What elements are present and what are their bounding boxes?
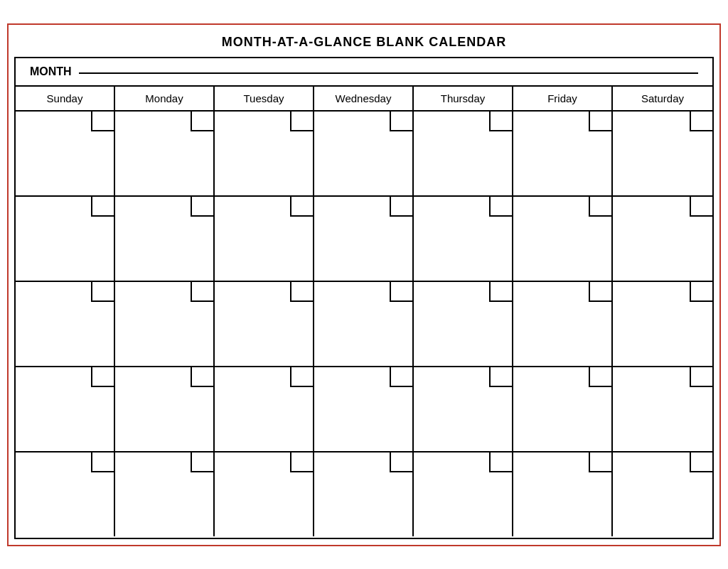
- date-box: [690, 112, 712, 131]
- cell-w5-sun[interactable]: [16, 453, 115, 536]
- month-label: MONTH: [30, 65, 72, 78]
- cell-w1-mon[interactable]: [115, 112, 215, 195]
- days-header: Sunday Monday Tuesday Wednesday Thursday…: [16, 87, 712, 112]
- date-box: [290, 112, 313, 131]
- cell-w5-sat[interactable]: [613, 453, 712, 536]
- cell-w4-fri[interactable]: [513, 367, 613, 451]
- month-line: [79, 72, 698, 74]
- cell-w2-sat[interactable]: [613, 197, 712, 281]
- date-box: [690, 367, 712, 387]
- cell-w1-sat[interactable]: [613, 112, 712, 195]
- date-box: [489, 453, 512, 472]
- cell-w2-sun[interactable]: [16, 197, 115, 281]
- day-header-friday: Friday: [513, 87, 613, 110]
- date-box: [589, 112, 611, 131]
- cell-w3-fri[interactable]: [513, 282, 613, 366]
- cell-w3-sun[interactable]: [16, 282, 115, 366]
- date-box: [489, 197, 512, 217]
- cell-w4-mon[interactable]: [115, 367, 215, 451]
- cell-w5-wed[interactable]: [314, 453, 414, 536]
- date-box: [390, 282, 412, 302]
- date-box: [91, 453, 114, 472]
- cell-w4-sat[interactable]: [613, 367, 712, 451]
- cell-w1-sun[interactable]: [16, 112, 115, 195]
- cell-w4-tue[interactable]: [215, 367, 314, 451]
- date-box: [191, 112, 213, 131]
- calendar-grid: [16, 112, 712, 538]
- cell-w1-tue[interactable]: [215, 112, 314, 195]
- cell-w4-thu[interactable]: [414, 367, 513, 451]
- cell-w3-wed[interactable]: [314, 282, 414, 366]
- cell-w4-wed[interactable]: [314, 367, 414, 451]
- date-box: [191, 367, 213, 387]
- month-header: MONTH: [16, 58, 712, 87]
- page-wrapper: MONTH-AT-A-GLANCE BLANK CALENDAR MONTH S…: [7, 23, 721, 546]
- day-header-thursday: Thursday: [414, 87, 513, 110]
- date-box: [690, 282, 712, 302]
- day-header-sunday: Sunday: [16, 87, 115, 110]
- calendar-week-2: [16, 197, 712, 282]
- date-box: [489, 112, 512, 131]
- date-box: [290, 197, 313, 217]
- date-box: [589, 453, 611, 472]
- cell-w3-tue[interactable]: [215, 282, 314, 366]
- cell-w2-fri[interactable]: [513, 197, 613, 281]
- cell-w1-fri[interactable]: [513, 112, 613, 195]
- date-box: [191, 282, 213, 302]
- date-box: [191, 197, 213, 217]
- date-box: [489, 367, 512, 387]
- cell-w2-wed[interactable]: [314, 197, 414, 281]
- cell-w1-thu[interactable]: [414, 112, 513, 195]
- cell-w3-sat[interactable]: [613, 282, 712, 366]
- calendar-title: MONTH-AT-A-GLANCE BLANK CALENDAR: [14, 31, 714, 57]
- day-header-monday: Monday: [115, 87, 215, 110]
- date-box: [390, 453, 412, 472]
- cell-w2-tue[interactable]: [215, 197, 314, 281]
- calendar-week-1: [16, 112, 712, 197]
- date-box: [589, 197, 611, 217]
- calendar-container: MONTH Sunday Monday Tuesday Wednesday Th…: [14, 57, 714, 539]
- cell-w3-mon[interactable]: [115, 282, 215, 366]
- date-box: [690, 197, 712, 217]
- date-box: [290, 282, 313, 302]
- day-header-tuesday: Tuesday: [215, 87, 314, 110]
- date-box: [91, 367, 114, 387]
- date-box: [91, 197, 114, 217]
- cell-w1-wed[interactable]: [314, 112, 414, 195]
- cell-w5-tue[interactable]: [215, 453, 314, 536]
- date-box: [390, 367, 412, 387]
- date-box: [191, 453, 213, 472]
- cell-w3-thu[interactable]: [414, 282, 513, 366]
- cell-w4-sun[interactable]: [16, 367, 115, 451]
- calendar-week-5: [16, 453, 712, 538]
- day-header-wednesday: Wednesday: [314, 87, 414, 110]
- cell-w2-mon[interactable]: [115, 197, 215, 281]
- calendar-week-4: [16, 367, 712, 453]
- date-box: [290, 367, 313, 387]
- date-box: [91, 112, 114, 131]
- date-box: [390, 197, 412, 217]
- date-box: [390, 112, 412, 131]
- date-box: [290, 453, 313, 472]
- cell-w5-fri[interactable]: [513, 453, 613, 536]
- cell-w5-mon[interactable]: [115, 453, 215, 536]
- date-box: [589, 367, 611, 387]
- calendar-week-3: [16, 282, 712, 367]
- cell-w2-thu[interactable]: [414, 197, 513, 281]
- day-header-saturday: Saturday: [613, 87, 712, 110]
- date-box: [489, 282, 512, 302]
- date-box: [91, 282, 114, 302]
- date-box: [589, 282, 611, 302]
- date-box: [690, 453, 712, 472]
- cell-w5-thu[interactable]: [414, 453, 513, 536]
